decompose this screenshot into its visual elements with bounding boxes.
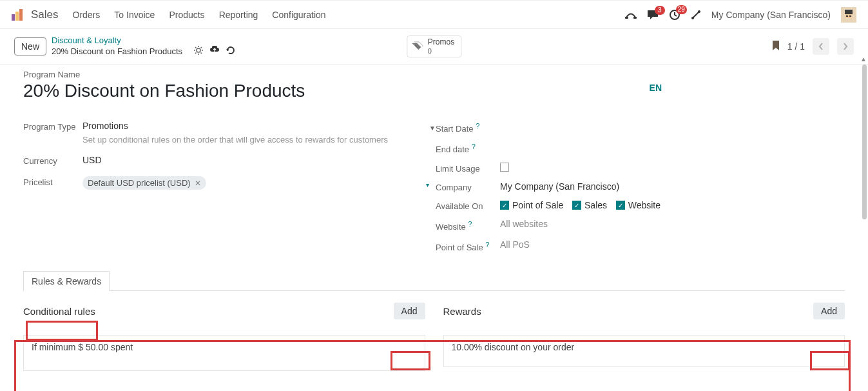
pos-select[interactable]: All PoS bbox=[500, 239, 530, 250]
program-type-select[interactable]: Promotions bbox=[82, 121, 128, 131]
discard-icon[interactable] bbox=[226, 46, 235, 57]
website-label: Website ? bbox=[436, 219, 500, 232]
currency-select[interactable]: USD bbox=[82, 155, 102, 165]
activities-badge: 29 bbox=[676, 5, 687, 14]
app-logo-icon bbox=[12, 9, 23, 21]
svg-rect-1 bbox=[15, 12, 19, 21]
language-badge[interactable]: EN bbox=[650, 83, 662, 93]
company-select[interactable]: My Company (San Francisco) bbox=[500, 181, 619, 192]
program-name-label: Program Name bbox=[23, 70, 845, 79]
available-website-checkbox[interactable]: ✓ bbox=[616, 201, 625, 210]
chevron-down-icon[interactable]: ▾ bbox=[426, 181, 429, 188]
program-name-input[interactable]: 20% Discount on Fashion Products bbox=[23, 81, 845, 101]
bookmark-icon[interactable] bbox=[772, 41, 780, 53]
website-select[interactable]: All websites bbox=[500, 219, 548, 229]
pricelist-tag[interactable]: Default USD pricelist (USD) ✕ bbox=[82, 176, 206, 190]
tags-icon bbox=[411, 41, 424, 52]
program-type-help: Set up conditional rules on the order th… bbox=[82, 135, 436, 145]
menu-reporting[interactable]: Reporting bbox=[219, 10, 258, 20]
scrollbar[interactable]: ▲ bbox=[859, 65, 868, 391]
svg-rect-12 bbox=[849, 15, 851, 17]
new-button[interactable]: New bbox=[14, 37, 46, 55]
pricelist-tag-remove-icon[interactable]: ✕ bbox=[195, 179, 201, 188]
company-selector[interactable]: My Company (San Francisco) bbox=[711, 10, 831, 20]
svg-rect-4 bbox=[633, 17, 637, 19]
svg-rect-3 bbox=[625, 17, 628, 19]
menu-products[interactable]: Products bbox=[169, 10, 204, 20]
chevron-down-icon[interactable]: ▼ bbox=[429, 125, 436, 132]
breadcrumb-current: 20% Discount on Fashion Products bbox=[52, 46, 182, 57]
pricelist-tag-label: Default USD pricelist (USD) bbox=[88, 178, 191, 188]
conditional-rule-item[interactable]: If minimum $ 50.00 spent bbox=[23, 335, 425, 371]
tab-rules-rewards[interactable]: Rules & Rewards bbox=[23, 271, 110, 291]
scroll-up-icon[interactable]: ▲ bbox=[860, 55, 867, 62]
svg-rect-2 bbox=[19, 9, 23, 21]
svg-point-14 bbox=[413, 45, 414, 46]
available-pos-label: Point of Sale bbox=[512, 200, 563, 210]
help-icon[interactable]: ? bbox=[472, 143, 476, 150]
conditional-rules-title: Conditional rules bbox=[23, 306, 95, 317]
app-name[interactable]: Sales bbox=[31, 8, 59, 21]
svg-rect-11 bbox=[846, 15, 848, 17]
svg-rect-9 bbox=[845, 10, 853, 14]
search-filter-tag[interactable]: Promos 0 bbox=[407, 35, 461, 57]
help-icon[interactable]: ? bbox=[468, 220, 472, 228]
add-rule-button[interactable]: Add bbox=[394, 303, 425, 319]
filter-tag-count: 0 bbox=[428, 47, 454, 55]
voip-icon[interactable] bbox=[625, 10, 637, 19]
program-type-label: Program Type bbox=[23, 121, 82, 132]
cloud-upload-icon[interactable] bbox=[209, 46, 220, 57]
company-label: Company bbox=[436, 181, 500, 192]
start-date-label: Start Date ? bbox=[436, 121, 500, 134]
avatar[interactable] bbox=[841, 7, 856, 23]
page-prev-button[interactable] bbox=[813, 38, 829, 55]
available-pos-checkbox[interactable]: ✓ bbox=[500, 201, 509, 210]
svg-point-13 bbox=[197, 48, 200, 52]
reward-item[interactable]: 10.00% discount on your order bbox=[443, 335, 845, 367]
limit-usage-checkbox[interactable] bbox=[500, 163, 509, 172]
gear-icon[interactable] bbox=[194, 46, 203, 57]
add-reward-button[interactable]: Add bbox=[813, 303, 845, 319]
tools-icon[interactable] bbox=[691, 10, 701, 20]
activities-icon[interactable]: 29 bbox=[669, 9, 680, 21]
help-icon[interactable]: ? bbox=[485, 241, 489, 248]
available-website-label: Website bbox=[628, 200, 661, 210]
scroll-thumb[interactable] bbox=[862, 65, 867, 219]
available-sales-label: Sales bbox=[584, 200, 607, 210]
menu-configuration[interactable]: Configuration bbox=[272, 10, 325, 20]
breadcrumb-parent[interactable]: Discount & Loyalty bbox=[52, 35, 235, 46]
messages-badge: 3 bbox=[655, 6, 665, 15]
page-next-button[interactable] bbox=[837, 38, 854, 55]
page-counter: 1 / 1 bbox=[787, 41, 805, 52]
available-on-label: Available On bbox=[436, 200, 500, 211]
menu-to-invoice[interactable]: To Invoice bbox=[114, 10, 155, 20]
messages-icon[interactable]: 3 bbox=[647, 10, 659, 20]
filter-tag-label: Promos bbox=[428, 38, 454, 46]
limit-usage-label: Limit Usage bbox=[436, 163, 500, 174]
help-icon[interactable]: ? bbox=[476, 122, 479, 130]
rewards-title: Rewards bbox=[443, 306, 481, 317]
pricelist-label: Pricelist bbox=[23, 176, 82, 187]
svg-rect-0 bbox=[12, 14, 15, 21]
pos-label: Point of Sale ? bbox=[436, 239, 500, 252]
menu-orders[interactable]: Orders bbox=[73, 10, 101, 20]
end-date-label: End date ? bbox=[436, 141, 500, 154]
svg-point-6 bbox=[691, 17, 694, 19]
available-sales-checkbox[interactable]: ✓ bbox=[572, 201, 581, 210]
svg-point-7 bbox=[698, 10, 700, 13]
currency-label: Currency bbox=[23, 155, 82, 166]
